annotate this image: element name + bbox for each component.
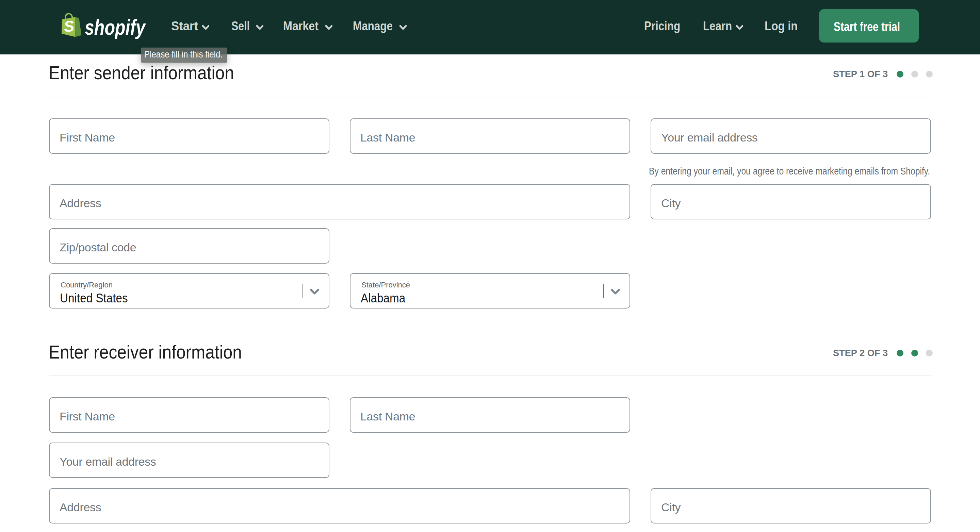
svg-text:S: S [63,17,75,35]
